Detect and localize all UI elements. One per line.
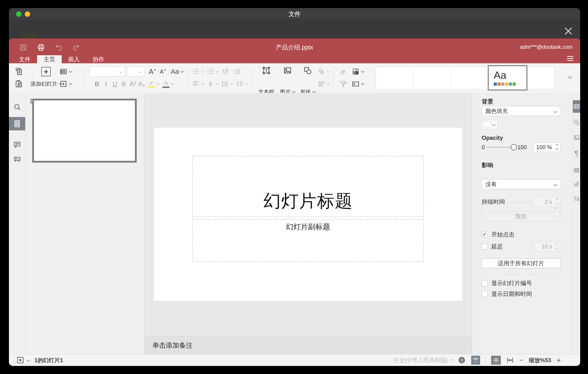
superscript-button[interactable]: A² bbox=[128, 80, 137, 88]
slide-settings-panel: 背景 颜色填充 Opacity 0 100 10 bbox=[472, 93, 573, 354]
opacity-step-down-icon[interactable] bbox=[556, 147, 558, 150]
notes-input[interactable]: 单击添加备注 bbox=[144, 336, 472, 354]
decrease-indent-icon[interactable] bbox=[222, 68, 229, 75]
slide-size-icon[interactable] bbox=[352, 80, 360, 88]
delay-label: 延迟 bbox=[491, 243, 503, 251]
start-on-click-checkbox[interactable]: ✓ bbox=[482, 231, 488, 238]
minimize-traffic-button[interactable] bbox=[25, 11, 30, 17]
fill-type-select[interactable]: 颜色填充 bbox=[482, 106, 560, 116]
eraser-icon[interactable] bbox=[339, 67, 347, 76]
right-sidebar: ¶ Ta bbox=[573, 93, 580, 354]
theme-thumbnail-3[interactable] bbox=[450, 67, 488, 89]
numbered-list-icon[interactable]: 123 bbox=[207, 68, 214, 75]
tab-home[interactable]: 主页 bbox=[37, 55, 62, 63]
opacity-max-label: 100 bbox=[517, 144, 527, 151]
font-color-icon[interactable]: A bbox=[162, 80, 169, 88]
opacity-step-up-icon[interactable] bbox=[556, 144, 558, 147]
highlight-color-icon[interactable] bbox=[147, 80, 155, 88]
zoom-out-button[interactable]: − bbox=[519, 356, 524, 364]
insert-image-icon bbox=[283, 66, 292, 75]
slides-panel-icon[interactable] bbox=[9, 117, 25, 130]
fill-color-picker[interactable] bbox=[482, 120, 497, 129]
opacity-label: Opacity bbox=[482, 134, 560, 141]
theme-gallery-expand-icon[interactable] bbox=[567, 75, 571, 79]
paragraph-settings-icon[interactable]: ¶ bbox=[573, 147, 580, 159]
zoom-in-button[interactable]: + bbox=[556, 356, 561, 365]
text-art-settings-icon[interactable]: Ta bbox=[573, 193, 580, 205]
image-settings-icon[interactable] bbox=[573, 131, 580, 144]
font-size-select[interactable] bbox=[127, 67, 144, 77]
table-settings-icon[interactable] bbox=[573, 164, 580, 176]
tab-file[interactable]: 文件 bbox=[12, 55, 37, 63]
increase-indent-icon[interactable] bbox=[233, 68, 241, 75]
apply-to-all-slides-button[interactable]: 适用于所有幻灯片 bbox=[482, 258, 560, 268]
paste-icon[interactable] bbox=[15, 80, 23, 88]
arrange-shapes-icon[interactable] bbox=[318, 68, 325, 75]
subtitle-placeholder[interactable]: 幻灯片副标题 bbox=[192, 219, 424, 262]
slide-canvas[interactable]: 幻灯片标题 幻灯片副标题 bbox=[154, 128, 462, 301]
shape-settings-icon[interactable] bbox=[573, 116, 580, 129]
slide-layout-icon[interactable] bbox=[59, 67, 67, 76]
slide-thumbnail[interactable] bbox=[32, 99, 137, 163]
font-name-select[interactable] bbox=[89, 67, 125, 77]
delay-checkbox[interactable] bbox=[482, 244, 488, 250]
chart-settings-icon[interactable] bbox=[573, 178, 580, 190]
insert-shape-icon bbox=[303, 66, 312, 75]
theme-color-swatches bbox=[494, 83, 526, 86]
effect-label: 影响 bbox=[482, 161, 560, 169]
add-slide-button[interactable]: 添加幻灯片 bbox=[31, 80, 57, 88]
vertical-align-icon[interactable] bbox=[207, 80, 214, 88]
effect-select[interactable]: 没有 bbox=[482, 179, 560, 189]
document-language-icon[interactable] bbox=[458, 356, 466, 364]
add-slide-icon[interactable]: + bbox=[41, 67, 51, 76]
menu-icon[interactable] bbox=[567, 56, 574, 61]
theme-thumbnail-selected[interactable]: Aa bbox=[488, 65, 527, 91]
home-toolbar: + 添加幻灯片 A A Aa bbox=[9, 63, 580, 93]
zoom-level-label[interactable]: 缩放%53 bbox=[529, 357, 551, 364]
fit-to-width-icon[interactable] bbox=[506, 356, 514, 364]
subscript-button[interactable]: A₂ bbox=[137, 80, 146, 88]
tab-insert[interactable]: 插入 bbox=[62, 55, 86, 63]
zoom-traffic-button[interactable] bbox=[16, 11, 21, 17]
tab-collaboration[interactable]: 协作 bbox=[86, 55, 111, 63]
bullet-list-icon[interactable] bbox=[192, 68, 200, 75]
show-date-time-checkbox[interactable] bbox=[482, 291, 488, 297]
columns-icon[interactable] bbox=[236, 80, 243, 88]
fit-to-slide-icon[interactable] bbox=[491, 356, 501, 365]
chat-icon[interactable] bbox=[9, 153, 25, 166]
theme-colors-icon[interactable] bbox=[352, 67, 360, 76]
opacity-slider-knob[interactable] bbox=[511, 144, 517, 150]
title-placeholder[interactable]: 幻灯片标题 bbox=[192, 156, 424, 217]
theme-thumbnail-5[interactable] bbox=[527, 67, 555, 89]
italic-button[interactable]: I bbox=[101, 80, 110, 88]
slide-settings-icon[interactable] bbox=[573, 100, 580, 113]
preview-button[interactable]: 预览 bbox=[482, 211, 560, 221]
horizontal-align-icon[interactable] bbox=[192, 80, 200, 88]
show-slide-number-checkbox[interactable] bbox=[482, 280, 488, 286]
underline-button[interactable]: U bbox=[110, 80, 119, 88]
increase-font-icon[interactable]: A bbox=[149, 67, 156, 76]
strikethrough-button[interactable]: S bbox=[119, 80, 128, 88]
start-preview-icon[interactable] bbox=[17, 356, 24, 364]
duration-input[interactable]: 2 s bbox=[533, 197, 560, 207]
delay-input[interactable]: 10 s bbox=[533, 242, 560, 251]
align-shapes-icon[interactable] bbox=[318, 80, 325, 88]
search-icon[interactable] bbox=[9, 100, 25, 114]
opacity-slider-track[interactable] bbox=[487, 147, 512, 148]
start-slideshow-icon[interactable] bbox=[59, 80, 67, 88]
change-case-icon[interactable]: Aa bbox=[171, 68, 179, 75]
theme-thumbnail-1[interactable] bbox=[376, 67, 413, 89]
line-spacing-icon[interactable] bbox=[221, 80, 229, 88]
svg-text:T: T bbox=[265, 68, 267, 73]
comments-icon[interactable] bbox=[9, 138, 25, 152]
language-select[interactable]: 中文(中华人民共和国) bbox=[394, 357, 453, 364]
copy-icon[interactable] bbox=[15, 67, 23, 76]
theme-thumbnail-2[interactable] bbox=[413, 67, 451, 89]
spell-check-icon[interactable]: ABC bbox=[471, 356, 480, 365]
opacity-control: 0 100 100 % bbox=[482, 143, 560, 152]
opacity-value-input[interactable]: 100 % bbox=[533, 143, 560, 152]
close-icon[interactable] bbox=[563, 26, 574, 36]
paint-roller-icon[interactable] bbox=[339, 80, 347, 88]
bold-button[interactable]: B bbox=[93, 80, 101, 88]
decrease-font-icon[interactable]: A bbox=[160, 68, 166, 75]
